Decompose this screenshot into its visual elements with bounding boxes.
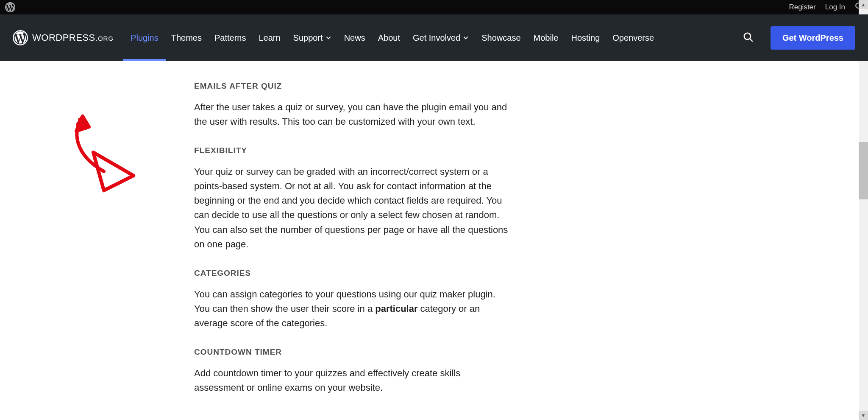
section-body-countdown: Add countdown timer to your quizzes and … — [194, 366, 512, 395]
login-link[interactable]: Log In — [825, 3, 845, 11]
svg-point-6 — [744, 33, 751, 39]
nav-hosting[interactable]: Hosting — [571, 14, 600, 61]
nav-news[interactable]: News — [344, 14, 365, 61]
svg-line-7 — [750, 39, 753, 42]
nav-patterns[interactable]: Patterns — [214, 14, 246, 61]
brand-logo[interactable]: WORDPRESS.ORG — [13, 30, 114, 45]
nav-support[interactable]: Support — [293, 14, 331, 61]
wordpress-admin-icon[interactable] — [5, 2, 15, 12]
primary-nav: Plugins Themes Patterns Learn Support Ne… — [131, 14, 654, 61]
get-wordpress-button[interactable]: Get WordPress — [771, 26, 855, 50]
wp-admin-bar: Register Log In — [0, 0, 868, 14]
chevron-down-icon — [463, 35, 469, 41]
nav-showcase[interactable]: Showcase — [481, 14, 520, 61]
nav-mobile[interactable]: Mobile — [534, 14, 559, 61]
annotation-arrow-icon — [64, 108, 144, 193]
section-title-categories: CATEGORIES — [194, 269, 512, 278]
svg-line-8 — [80, 120, 87, 124]
scroll-up-button[interactable]: ▲ — [859, 0, 868, 9]
nav-learn[interactable]: Learn — [259, 14, 280, 61]
site-header: WORDPRESS.ORG Plugins Themes Patterns Le… — [0, 14, 868, 61]
chevron-down-icon — [326, 35, 331, 41]
section-body-categories: You can assign categories to your questi… — [194, 287, 512, 330]
register-link[interactable]: Register — [789, 3, 815, 11]
section-body-emails: After the user takes a quiz or survey, y… — [194, 100, 512, 129]
section-title-countdown: COUNTDOWN TIMER — [194, 347, 512, 357]
nav-openverse[interactable]: Openverse — [612, 14, 654, 61]
brand-text: WORDPRESS.ORG — [32, 32, 114, 43]
section-body-flexibility: Your quiz or survey can be graded with a… — [194, 165, 512, 252]
nav-plugins[interactable]: Plugins — [131, 14, 159, 61]
nav-about[interactable]: About — [378, 14, 400, 61]
svg-line-9 — [78, 124, 86, 128]
section-body-categories-strong: particular — [375, 303, 417, 314]
search-icon[interactable] — [743, 31, 754, 44]
page-content: EMAILS AFTER QUIZ After the user takes a… — [0, 61, 868, 420]
section-title-emails: EMAILS AFTER QUIZ — [194, 81, 512, 91]
nav-themes[interactable]: Themes — [171, 14, 202, 61]
nav-get-involved[interactable]: Get Involved — [413, 14, 469, 61]
section-title-flexibility: FLEXIBILITY — [194, 146, 512, 155]
